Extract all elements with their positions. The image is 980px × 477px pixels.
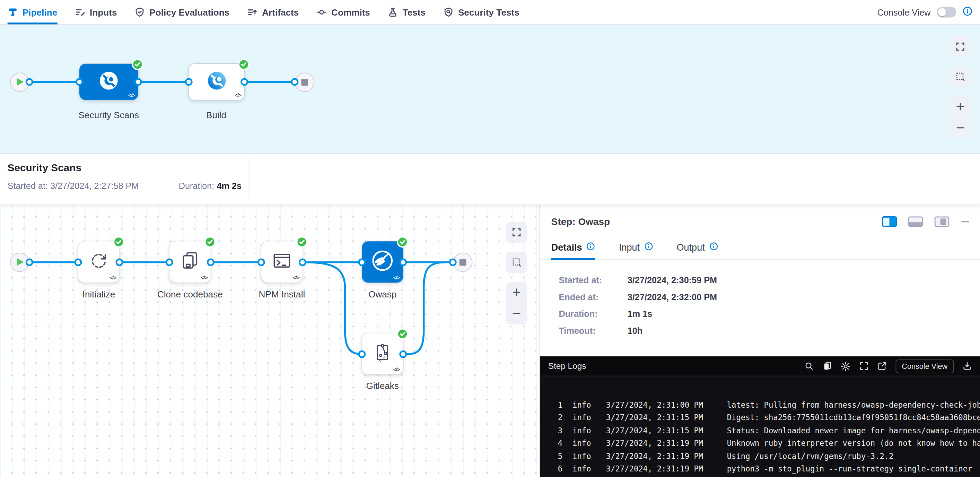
- code-icon: </>: [393, 367, 400, 373]
- log-timestamp: 3/27/2024, 2:31:15 PM: [606, 424, 703, 437]
- log-line: 6info3/27/2024, 2:31:19 PMpython3 -m sto…: [550, 463, 980, 475]
- success-check-icon: [397, 236, 408, 247]
- tab-policy-evaluations[interactable]: Policy Evaluations: [134, 0, 229, 24]
- commit-icon: [317, 7, 327, 18]
- tab-tests[interactable]: Tests: [387, 0, 426, 24]
- marquee-select-button[interactable]: [506, 252, 527, 273]
- layout-right-panel-icon[interactable]: [882, 216, 897, 227]
- step-node-initialize[interactable]: </>: [78, 241, 119, 282]
- step-graph-canvas[interactable]: </> </> </> </>: [0, 205, 540, 477]
- log-line: 4info3/27/2024, 2:31:19 PMUnknown ruby i…: [550, 437, 980, 450]
- step-panel-title: Step: Owasp: [551, 216, 610, 227]
- success-check-icon: [113, 236, 124, 247]
- step-label[interactable]: Owasp: [368, 289, 396, 299]
- tab-output[interactable]: Output: [677, 242, 718, 260]
- detail-value: 3/27/2024, 2:30:59 PM: [628, 275, 717, 285]
- step-label[interactable]: Gitleaks: [366, 380, 399, 390]
- step-node-owasp[interactable]: </>: [362, 241, 403, 282]
- pipeline-icon: [8, 7, 18, 18]
- console-view-button[interactable]: Console View: [896, 359, 954, 373]
- stage-started-at: Started at: 3/27/2024, 2:27:58 PM: [8, 180, 139, 190]
- panel-layout-controls: [882, 216, 970, 227]
- log-line: 5info3/27/2024, 2:31:19 PMUsing /usr/loc…: [550, 450, 980, 463]
- log-timestamp: 3/27/2024, 2:31:15 PM: [606, 412, 703, 424]
- fullscreen-button[interactable]: [506, 222, 527, 242]
- stage-duration: Duration:4m 2s: [179, 180, 242, 190]
- log-message: latest: Pulling from harness/owasp-depen…: [727, 399, 980, 412]
- info-icon[interactable]: [709, 242, 718, 252]
- info-icon[interactable]: [963, 6, 972, 18]
- step-details-panel: Step: Owasp: [540, 205, 980, 477]
- log-level: info: [573, 437, 591, 450]
- detail-label: Duration:: [558, 308, 627, 319]
- log-level: info: [573, 450, 591, 463]
- tab-commits[interactable]: Commits: [317, 0, 370, 24]
- info-icon[interactable]: [644, 242, 653, 252]
- search-icon[interactable]: [804, 361, 814, 370]
- code-icon: </>: [393, 274, 400, 281]
- tab-artifacts[interactable]: Artifacts: [247, 0, 299, 24]
- step-node-gitleaks[interactable]: </>: [362, 333, 403, 374]
- tab-label: Policy Evaluations: [150, 7, 229, 18]
- zoom-out-button[interactable]: [506, 303, 527, 324]
- step-canvas-controls: [506, 222, 527, 324]
- shield-check-icon: [134, 7, 145, 18]
- zoom-in-button[interactable]: [506, 282, 527, 303]
- step-node-npm-install[interactable]: </>: [261, 241, 302, 282]
- open-in-new-icon[interactable]: [877, 361, 887, 370]
- step-logs-panel: Step Logs Console View 1info3/27/2024, 2…: [540, 356, 980, 477]
- divider: [249, 158, 250, 198]
- info-icon[interactable]: [586, 242, 595, 252]
- tab-label: Tests: [402, 7, 426, 18]
- stage-node-build[interactable]: </>: [189, 64, 245, 100]
- zoom-in-button[interactable]: [950, 96, 970, 117]
- tab-label: Inputs: [90, 7, 117, 18]
- console-view-toggle[interactable]: [937, 7, 956, 18]
- fullscreen-icon[interactable]: [859, 361, 869, 370]
- tab-security-tests[interactable]: Security Tests: [443, 0, 519, 24]
- step-panel-header: Step: Owasp: [540, 205, 980, 227]
- success-check-icon: [238, 59, 249, 70]
- stage-label[interactable]: Security Scans: [79, 110, 139, 120]
- stage-start-node: [10, 72, 29, 91]
- stage-info-title: Security Scans: [8, 161, 81, 173]
- stage-node-security-scans[interactable]: </>: [80, 64, 138, 100]
- code-icon: </>: [110, 274, 116, 281]
- gitleaks-icon: [371, 341, 394, 367]
- artifacts-icon: [247, 7, 258, 18]
- step-panel-tabs: Details Input Output: [540, 241, 980, 260]
- tab-pipeline[interactable]: Pipeline: [8, 0, 57, 24]
- layout-bottom-panel-icon[interactable]: [908, 216, 923, 227]
- stage-graph-canvas[interactable]: </> </> Security Scans Build: [0, 25, 980, 153]
- zoom-out-button[interactable]: [950, 117, 970, 138]
- step-label[interactable]: NPM Install: [259, 289, 305, 299]
- step-label[interactable]: Initialize: [83, 289, 115, 299]
- step-label[interactable]: Clone codebase: [158, 289, 223, 299]
- settings-gear-icon[interactable]: [841, 361, 851, 371]
- tab-label: Security Tests: [458, 7, 519, 18]
- detail-row: Started at: 3/27/2024, 2:30:59 PM: [558, 275, 969, 285]
- step-logs-output[interactable]: 1info3/27/2024, 2:31:00 PMlatest: Pullin…: [540, 376, 980, 477]
- copy-icon[interactable]: [822, 361, 832, 370]
- success-check-icon: [204, 236, 216, 247]
- log-line-number: 3: [550, 424, 562, 437]
- log-line-number: 1: [550, 399, 562, 412]
- stage-label[interactable]: Build: [206, 110, 226, 120]
- download-icon[interactable]: [963, 361, 972, 370]
- tab-inputs[interactable]: Inputs: [75, 0, 117, 24]
- log-message: Digest: sha256:7755011cdb13caf9f95051f8c…: [727, 412, 980, 424]
- tab-details[interactable]: Details: [551, 242, 595, 260]
- log-timestamp: 3/27/2024, 2:31:00 PM: [606, 399, 703, 412]
- layout-floating-panel-icon[interactable]: [934, 216, 949, 227]
- minimize-panel-icon[interactable]: [961, 217, 970, 227]
- tab-label: Artifacts: [262, 7, 299, 18]
- terminal-icon: [270, 250, 293, 274]
- fullscreen-button[interactable]: [950, 36, 970, 57]
- console-view-label: Console View: [877, 7, 931, 18]
- step-node-clone-codebase[interactable]: </>: [169, 241, 211, 282]
- zoom-controls: [506, 282, 527, 324]
- tab-input[interactable]: Input: [619, 242, 653, 260]
- log-timestamp: 3/27/2024, 2:31:19 PM: [606, 463, 703, 475]
- detail-label: Started at:: [558, 275, 627, 285]
- marquee-select-button[interactable]: [950, 65, 970, 87]
